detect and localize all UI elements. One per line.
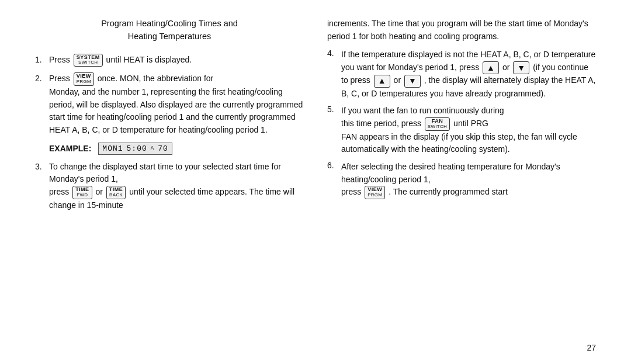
lcd-temp: 70 — [158, 144, 168, 153]
example-block: EXAMPLE: MON1 5:00 A 70 — [49, 143, 304, 155]
view-prgm-button-2[interactable]: VIEW PRGM — [365, 186, 385, 199]
up-arrow-button-2[interactable]: ▲ — [374, 75, 390, 88]
list-item-1: 1. Press SYSTEM SWITCH until HEAT is dis… — [35, 54, 304, 67]
up-arrow-button-1[interactable]: ▲ — [483, 61, 499, 74]
two-column-layout: Program Heating/Cooling Times and Heatin… — [35, 18, 596, 338]
example-label: EXAMPLE: — [49, 144, 91, 153]
page: Program Heating/Cooling Times and Heatin… — [0, 0, 631, 364]
lcd-display: MON1 5:00 A 70 — [98, 143, 172, 155]
fan-switch-button[interactable]: FAN SWITCH — [425, 117, 450, 131]
time-back-button[interactable]: TIME BACK — [106, 186, 126, 199]
lcd-ampm: A — [151, 145, 154, 151]
list-item-2: 2. Press VIEW PRGM once. MON, the abbrev… — [35, 72, 304, 136]
down-arrow-button-2[interactable]: ▼ — [404, 75, 421, 88]
item-number-6: 6. — [327, 161, 341, 170]
list-item-4: 4. If the temperature displayed is not t… — [327, 48, 596, 100]
page-number: 27 — [35, 338, 596, 352]
item-body-5: If you want the fan to run continuously … — [341, 105, 596, 156]
item-number-1: 1. — [35, 54, 49, 66]
item-body-4: If the temperature displayed is not the … — [341, 48, 596, 100]
left-column: Program Heating/Cooling Times and Heatin… — [35, 18, 304, 338]
item-body-1: Press SYSTEM SWITCH until HEAT is displa… — [49, 54, 304, 67]
item-body-6: After selecting the desired heating temp… — [341, 161, 596, 199]
lcd-mon1: MON1 — [102, 144, 123, 153]
list-item-3: 3. To change the displayed start time to… — [35, 161, 304, 212]
down-arrow-button-1[interactable]: ▼ — [513, 61, 529, 74]
item-number-4: 4. — [327, 48, 341, 58]
view-prgm-button-1[interactable]: VIEW PRGM — [74, 72, 94, 86]
time-fwd-button[interactable]: TIME FWD — [72, 186, 92, 199]
list-item-5: 5. If you want the fan to run continuous… — [327, 105, 596, 156]
item-number-3: 3. — [35, 161, 49, 173]
lcd-time: 5:00 — [127, 144, 147, 153]
item-body-3: To change the displayed start time to yo… — [49, 161, 304, 212]
list-item-6: 6. After selecting the desired heating t… — [327, 161, 596, 199]
right-col-para1: increments. The time that you program wi… — [327, 18, 596, 43]
page-title: Program Heating/Cooling Times and Heatin… — [35, 18, 304, 43]
right-column: increments. The time that you program wi… — [327, 18, 596, 338]
system-switch-button[interactable]: SYSTEM SWITCH — [74, 54, 103, 67]
item-body-2: Press VIEW PRGM once. MON, the abbreviat… — [49, 72, 304, 136]
item-number-2: 2. — [35, 72, 49, 85]
item-number-5: 5. — [327, 105, 341, 114]
